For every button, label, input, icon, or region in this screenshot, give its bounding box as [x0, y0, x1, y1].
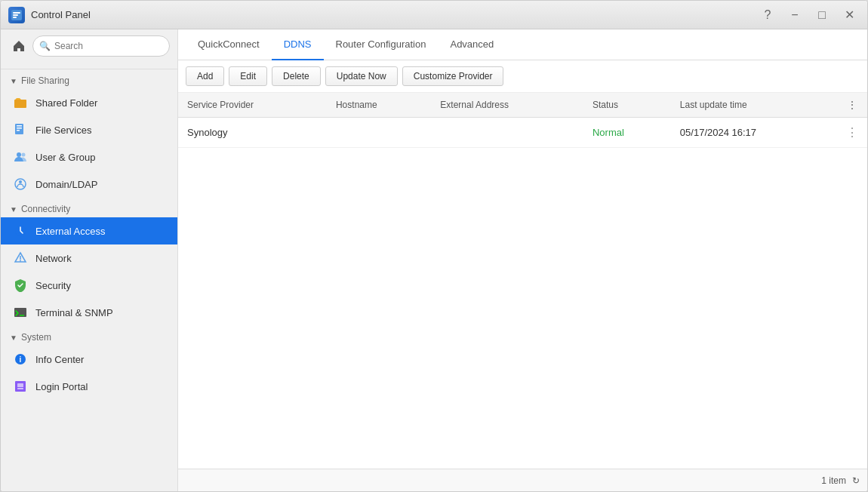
help-button[interactable]: ? [757, 5, 778, 26]
sidebar-search-area: 🔍 [1, 29, 177, 69]
col-header-actions: ⋮ [837, 93, 867, 118]
customize-provider-button[interactable]: Customize Provider [402, 66, 504, 86]
edit-button[interactable]: Edit [229, 66, 267, 86]
window-title: Control Panel [31, 9, 757, 20]
domain-ldap-icon [13, 177, 28, 192]
svg-point-12 [19, 180, 22, 183]
delete-button[interactable]: Delete [272, 66, 321, 86]
col-header-external-address: External Address [431, 93, 583, 118]
user-group-icon [13, 149, 28, 165]
network-icon [13, 251, 28, 266]
sidebar-item-security[interactable]: Security [1, 272, 177, 299]
svg-rect-4 [14, 100, 26, 108]
col-header-last-update-time: Last update time [671, 93, 837, 118]
app-icon [8, 7, 25, 23]
svg-rect-2 [13, 14, 18, 16]
file-services-icon [13, 122, 28, 137]
table-wrapper: Service Provider Hostname External Addre… [178, 93, 867, 469]
svg-point-10 [22, 153, 26, 157]
svg-rect-3 [13, 17, 17, 18]
refresh-button[interactable]: ↻ [852, 475, 860, 486]
sidebar-item-shared-folder[interactable]: Shared Folder [1, 89, 177, 116]
chevron-down-icon-2: ▼ [10, 205, 17, 214]
svg-rect-1 [13, 12, 20, 14]
sidebar-item-file-services[interactable]: File Services [1, 116, 177, 143]
svg-rect-6 [17, 125, 22, 127]
tabs-bar: QuickConnect DDNS Router Configuration A… [178, 29, 867, 60]
tab-ddns[interactable]: DDNS [272, 29, 324, 60]
minimize-button[interactable]: − [784, 5, 805, 26]
section-connectivity[interactable]: ▼ Connectivity [1, 198, 177, 217]
sidebar-item-external-access[interactable]: External Access [1, 217, 177, 244]
svg-point-9 [17, 152, 21, 157]
shared-folder-icon [13, 95, 28, 110]
sidebar-item-user-group[interactable]: User & Group [1, 143, 177, 171]
home-button[interactable] [8, 35, 29, 57]
svg-rect-22 [17, 383, 23, 387]
toolbar: Add Edit Delete Update Now Customize Pro… [178, 60, 867, 93]
sidebar-item-network[interactable]: Network [1, 244, 177, 272]
cell-hostname [327, 118, 431, 148]
svg-rect-8 [17, 130, 20, 131]
sidebar-item-domain-ldap[interactable]: Domain/LDAP [1, 171, 177, 198]
maximize-button[interactable]: □ [811, 5, 833, 26]
svg-rect-7 [17, 128, 22, 129]
search-input[interactable] [32, 35, 170, 57]
update-now-button[interactable]: Update Now [325, 66, 398, 86]
ddns-table: Service Provider Hostname External Addre… [178, 93, 867, 148]
section-file-sharing[interactable]: ▼ File Sharing [1, 69, 177, 89]
item-count: 1 item [821, 475, 846, 486]
sidebar-item-login-portal[interactable]: Login Portal [1, 373, 177, 400]
tab-advanced[interactable]: Advanced [438, 29, 506, 60]
cell-service-provider: Synology [178, 118, 327, 148]
main-layout: 🔍 ▼ File Sharing Shared Folder [1, 29, 867, 491]
external-access-icon [13, 223, 28, 238]
main-content: QuickConnect DDNS Router Configuration A… [178, 29, 867, 491]
col-header-service-provider: Service Provider [178, 93, 327, 118]
security-icon [13, 278, 28, 293]
row-options-button[interactable]: ⋮ [837, 118, 867, 148]
svg-point-16 [20, 260, 21, 262]
chevron-down-icon: ▼ [10, 77, 17, 85]
sidebar-item-terminal-snmp[interactable]: Terminal & SNMP [1, 299, 177, 326]
col-header-hostname: Hostname [327, 93, 431, 118]
cell-external-address [431, 118, 583, 148]
terminal-snmp-icon [13, 305, 28, 320]
svg-rect-23 [17, 388, 23, 389]
window-controls: ? − □ ✕ [757, 5, 860, 26]
status-bar: 1 item ↻ [178, 469, 867, 491]
search-icon: 🔍 [39, 41, 51, 51]
sidebar: 🔍 ▼ File Sharing Shared Folder [1, 29, 178, 491]
col-header-status: Status [583, 93, 671, 118]
login-portal-icon [13, 379, 28, 394]
add-button[interactable]: Add [186, 66, 224, 86]
sidebar-item-info-center[interactable]: i Info Center [1, 346, 177, 373]
close-button[interactable]: ✕ [839, 5, 860, 26]
tab-quickconnect[interactable]: QuickConnect [186, 29, 272, 60]
svg-text:i: i [20, 355, 22, 364]
tab-router-configuration[interactable]: Router Configuration [324, 29, 439, 60]
section-system[interactable]: ▼ System [1, 326, 177, 346]
info-center-icon: i [13, 352, 28, 367]
chevron-down-icon-3: ▼ [10, 334, 17, 342]
cell-status: Normal [583, 118, 671, 148]
main-window: Control Panel ? − □ ✕ 🔍 [0, 0, 868, 492]
cell-last-update-time: 05/17/2024 16:17 [671, 118, 837, 148]
table-row[interactable]: Synology Normal [178, 118, 867, 148]
titlebar: Control Panel ? − □ ✕ [1, 1, 867, 29]
